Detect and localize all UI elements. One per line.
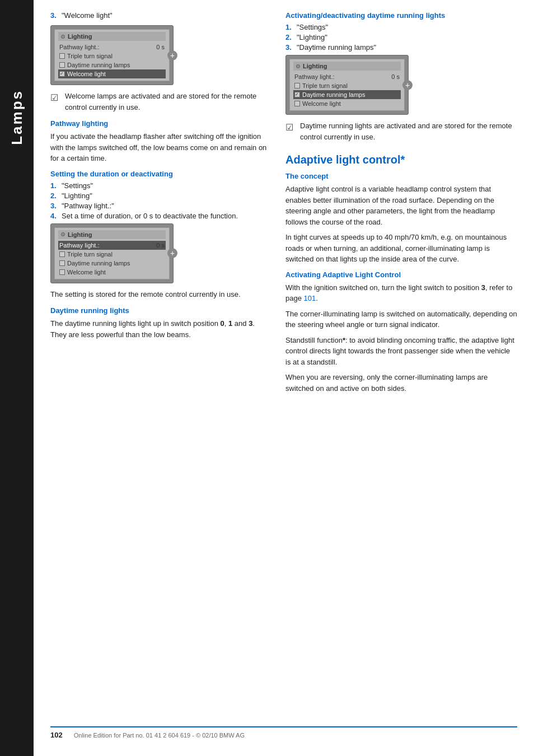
screen-row-pathway-3: Pathway light.: 0 s [293,72,401,81]
concept-heading: The concept [285,172,517,180]
activating-heading: Activating/deactivating daytime running … [285,11,517,20]
activating-adaptive-heading: Activating Adaptive Light Control [285,270,517,279]
step-num-3: 3. [50,11,58,20]
step-num-s3: 3. [50,202,58,210]
note-text-3: Daytime running lights are activated and… [300,120,517,142]
daytime-label-2: Daytime running lamps [67,260,130,267]
activating-adaptive-body3: Standstill function*: to avoid blinding … [285,335,517,368]
screen-title-text-3: Lighting [303,63,327,69]
checkbox-daytime-1 [59,62,65,68]
screen-row-left-triple-1: Triple turn signal [59,53,113,59]
screen-row-triple-3: Triple turn signal [293,81,401,90]
step-setting-2: 2. "Lighting" [50,192,269,200]
step-setting-1: 1. "Settings" [50,181,269,190]
step-text-a2: "Lighting" [297,33,327,41]
step-text-s2: "Lighting" [62,192,92,200]
screen-row-pathway-2: Pathway light.: 0 s [58,241,166,250]
screen-title-bar-2: ⚙ Lighting [58,230,166,239]
welcome-label-3: Welcome light [302,100,341,107]
note-1: ☑ Welcome lamps are activated and are st… [50,91,269,113]
activating-adaptive-body2: The corner-illuminating lamp is switched… [285,309,517,330]
checkbox-welcome-2 [59,269,65,275]
pathway-label-3: Pathway light.: [294,73,335,80]
col-left: 3. "Welcome light" ⚙ Lighting Pathway li… [50,11,269,710]
step-num-s4: 4. [50,212,58,220]
screen-inner-2: ⚙ Lighting Pathway light.: 0 s [54,227,170,279]
screen-inner-3: ⚙ Lighting Pathway light.: 0 s [289,59,405,111]
step-setting-4: 4. Set a time of duration, or 0 s to dea… [50,212,269,220]
checkmark-icon-1: ☑ [50,91,62,113]
checkbox-daytime-3 [294,92,300,97]
screen-row-left-welcome-2: Welcome light [59,269,106,276]
screen-add-btn-3: + [402,80,413,90]
screen-row-left-pathway-1: Pathway light.: [59,44,100,50]
checkbox-triple-1 [59,53,65,59]
two-col-layout: 3. "Welcome light" ⚙ Lighting Pathway li… [50,11,517,710]
checkbox-triple-3 [294,83,300,88]
screen-row-daytime-3: Daytime running lamps [293,90,401,99]
step-act-3: 3. "Daytime running lamps" [285,43,517,52]
screen-row-left-pathway-3: Pathway light.: [294,73,335,80]
bold-3: 3 [249,319,252,328]
daytime-label-1: Daytime running lamps [67,62,130,68]
screen-mockup-2: ⚙ Lighting Pathway light.: 0 s [50,223,174,283]
step-text-s1: "Settings" [62,181,93,190]
screen-inner-1: ⚙ Lighting Pathway light.: 0 s [54,29,170,81]
step-num-s1: 1. [50,181,58,190]
activating-adaptive-body4: When you are reversing, only the corner-… [285,372,517,394]
page-ref-101: 101 [304,294,316,302]
pathway-val-1: 0 s [156,44,165,50]
activating-adaptive-body1: With the ignition switched on, turn the … [285,282,517,304]
screen-row-left-daytime-3: Daytime running lamps [294,91,366,98]
screen-row-daytime-2: Daytime running lamps [58,259,166,268]
step-text-3: "Welcome light" [62,11,113,20]
sidebar-label: Lamps [8,90,26,145]
pathway-val-3: 0 s [391,73,400,80]
bold-pos-3: 3 [481,283,485,292]
screen-row-triple-2: Triple turn signal [58,250,166,259]
step-text-s3: "Pathway light.:" [62,202,114,210]
screen-row-triple-1: Triple turn signal [58,52,166,60]
checkbox-welcome-3 [294,101,300,106]
pathway-body: If you activate the headlamp flasher aft… [50,131,269,164]
screen-row-left-daytime-2: Daytime running lamps [59,260,130,267]
concept-body-1: Adaptive light control is a variable hea… [285,184,517,227]
screen-title-bar-1: ⚙ Lighting [58,32,166,41]
note-text-1: Welcome lamps are activated and are stor… [65,91,269,113]
welcome-step-3: 3. "Welcome light" [50,11,269,20]
pathway-label-2: Pathway light.: [59,242,100,249]
screen-row-welcome-3: Welcome light [293,99,401,108]
pathway-val-2: 0 s [156,242,165,249]
pathway-heading: Pathway lighting [50,119,269,128]
footer: 102 Online Edition for Part no. 01 41 2 … [50,726,517,739]
step-act-2: 2. "Lighting" [285,33,517,41]
lighting-icon-2: ⚙ [60,231,65,237]
screen-row-left-pathway-2: Pathway light.: [59,242,100,249]
step-text-a3: "Daytime running lamps" [297,43,376,52]
screen-row-pathway-1: Pathway light.: 0 s [58,43,166,52]
bold-0: 0 [221,319,224,328]
screen-add-btn-1: + [167,50,177,60]
triple-label-3: Triple turn signal [302,82,348,89]
checkbox-welcome-1 [59,71,65,77]
footer-text: Online Edition for Part no. 01 41 2 604 … [74,732,245,739]
daytime-body: The daytime running lights light up in s… [50,318,269,340]
main-content: 3. "Welcome light" ⚙ Lighting Pathway li… [34,0,534,756]
screen-title-text-2: Lighting [68,231,92,238]
col-right: Activating/deactivating daytime running … [285,11,517,710]
triple-label-2: Triple turn signal [67,251,113,258]
step-setting-3: 3. "Pathway light.:" [50,202,269,210]
pathway-label-1: Pathway light.: [59,44,100,50]
screen-row-left-welcome-3: Welcome light [294,100,341,107]
screen-row-welcome-1: Welcome light [58,69,166,78]
welcome-label-2: Welcome light [67,269,106,276]
screen-row-left-daytime-1: Daytime running lamps [59,62,130,68]
step-num-a2: 2. [285,33,293,41]
checkbox-triple-2 [59,251,65,257]
screen-mockup-1: ⚙ Lighting Pathway light.: 0 s [50,25,174,85]
page-number: 102 [50,731,63,739]
lighting-icon-3: ⚙ [296,63,301,69]
adaptive-heading: Adaptive light control* [285,153,517,166]
page-container: Lamps 3. "Welcome light" ⚙ Lighting [0,0,534,756]
concept-body-2: In tight curves at speeds up to 40 mph/7… [285,232,517,265]
